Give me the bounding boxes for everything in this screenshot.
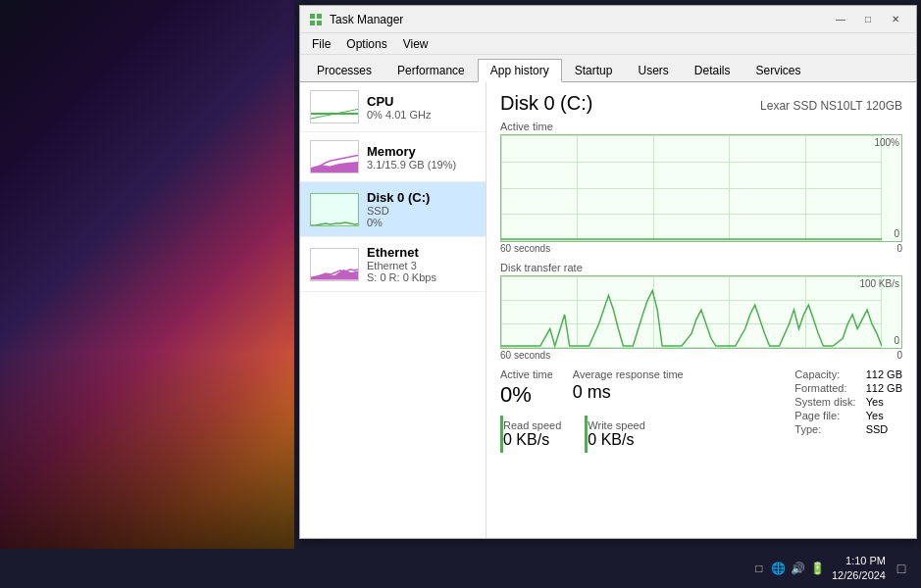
- cpu-thumbnail: [310, 90, 359, 123]
- sidebar-item-disk[interactable]: Disk 0 (C:) SSD 0%: [300, 182, 486, 237]
- page-file-key: Page file:: [794, 410, 855, 421]
- left-stats: Active time 0% Average response time 0 m…: [500, 368, 684, 453]
- avg-response-value: 0 ms: [573, 382, 684, 403]
- disk-info: Disk 0 (C:) SSD 0%: [367, 190, 476, 228]
- ethernet-info: Ethernet Ethernet 3 S: 0 R: 0 Kbps: [367, 245, 476, 283]
- cpu-stats: 0% 4.01 GHz: [367, 109, 476, 121]
- active-time-label: Active time: [500, 121, 902, 132]
- formatted-key: Formatted:: [794, 382, 855, 394]
- active-time-line: [501, 135, 882, 241]
- ethernet-stats: S: 0 R: 0 Kbps: [367, 271, 476, 283]
- disk-label: Disk 0 (C:): [367, 190, 476, 205]
- svg-rect-0: [310, 14, 315, 19]
- tray-icon-1: □: [751, 561, 767, 576]
- system-disk-key: System disk:: [794, 396, 855, 408]
- clock[interactable]: 1:10 PM 12/26/2024: [832, 554, 886, 584]
- tray-icon-network[interactable]: 🌐: [771, 561, 787, 576]
- avg-response-label: Average response time: [573, 368, 684, 380]
- stats-bottom: Active time 0% Average response time 0 m…: [500, 368, 902, 453]
- tab-startup[interactable]: Startup: [562, 58, 626, 81]
- notification-icon[interactable]: □: [892, 559, 911, 578]
- sidebar-item-memory[interactable]: Memory 3.1/15.9 GB (19%): [300, 132, 486, 182]
- title-bar: Task Manager — □ ✕: [300, 6, 916, 33]
- menu-file[interactable]: File: [304, 35, 338, 53]
- close-button[interactable]: ✕: [883, 10, 908, 29]
- tray-icon-battery[interactable]: 🔋: [810, 561, 826, 576]
- chart2-min-label: 0: [894, 335, 899, 346]
- speed-row: Read speed 0 KB/s Write speed 0 KB/s: [500, 416, 684, 453]
- chart1-time: 60 seconds 0: [500, 243, 902, 254]
- avg-response-stat: Average response time 0 ms: [573, 368, 684, 408]
- type-key: Type:: [794, 423, 855, 435]
- write-speed-block: Write speed 0 KB/s: [585, 416, 653, 453]
- chart2-time-right: 0: [896, 350, 902, 361]
- app-icon: [308, 12, 324, 27]
- tab-performance[interactable]: Performance: [384, 58, 478, 81]
- cpu-info: CPU 0% 4.01 GHz: [367, 94, 476, 121]
- transfer-rate-chart: 100 KB/s 0: [500, 275, 902, 349]
- disk-header: Disk 0 (C:) Lexar SSD NS10LT 120GB: [500, 92, 902, 115]
- active-time-chart: 100% 0: [500, 134, 902, 242]
- tab-bar: Processes Performance App history Startu…: [300, 55, 916, 82]
- menu-view[interactable]: View: [395, 35, 436, 53]
- clock-time: 1:10 PM: [832, 554, 886, 568]
- capacity-val: 112 GB: [866, 368, 902, 380]
- system-disk-val: Yes: [866, 396, 902, 408]
- main-content: CPU 0% 4.01 GHz Memory 3.1/15.9 GB (19%): [300, 82, 916, 538]
- window-title: Task Manager: [330, 13, 828, 26]
- transfer-rate-label: Disk transfer rate: [500, 262, 902, 273]
- clock-date: 12/26/2024: [832, 568, 886, 583]
- taskbar-right: □ 🌐 🔊 🔋 1:10 PM 12/26/2024 □: [751, 554, 911, 584]
- window-controls: — □ ✕: [828, 10, 908, 29]
- memory-label: Memory: [367, 144, 476, 159]
- disk-usage: 0%: [367, 217, 476, 228]
- transfer-rate-section: Disk transfer rate: [500, 262, 902, 361]
- memory-info: Memory 3.1/15.9 GB (19%): [367, 144, 476, 171]
- svg-rect-2: [310, 21, 315, 25]
- type-val: SSD: [866, 423, 902, 435]
- transfer-rate-line: [501, 276, 882, 348]
- sidebar: CPU 0% 4.01 GHz Memory 3.1/15.9 GB (19%): [300, 82, 486, 538]
- maximize-button[interactable]: □: [855, 10, 881, 29]
- formatted-val: 112 GB: [866, 382, 902, 394]
- read-speed-block: Read speed 0 KB/s: [500, 416, 569, 453]
- taskbar: □ 🌐 🔊 🔋 1:10 PM 12/26/2024 □: [0, 549, 921, 588]
- chart1-time-label: 60 seconds: [500, 243, 550, 254]
- write-speed-value: 0 KB/s: [588, 431, 645, 449]
- disk-model: Lexar SSD NS10LT 120GB: [760, 99, 902, 113]
- svg-rect-1: [317, 14, 322, 19]
- disk-title: Disk 0 (C:): [500, 92, 592, 115]
- chart2-time: 60 seconds 0: [500, 350, 902, 361]
- page-file-val: Yes: [866, 410, 902, 421]
- ethernet-name: Ethernet 3: [367, 260, 476, 271]
- chart2-max-label: 100 KB/s: [859, 278, 899, 289]
- memory-thumbnail: [310, 140, 359, 173]
- tray-icon-sound[interactable]: 🔊: [791, 561, 806, 576]
- tab-details[interactable]: Details: [682, 58, 743, 81]
- tab-app-history[interactable]: App history: [478, 59, 562, 82]
- tab-users[interactable]: Users: [625, 58, 681, 81]
- active-time-stat-label: Active time: [500, 368, 553, 380]
- capacity-key: Capacity:: [794, 368, 855, 380]
- sidebar-item-ethernet[interactable]: Ethernet Ethernet 3 S: 0 R: 0 Kbps: [300, 237, 486, 292]
- tray-icons: □ 🌐 🔊 🔋: [751, 561, 826, 576]
- minimize-button[interactable]: —: [828, 10, 853, 29]
- ethernet-thumbnail: [310, 248, 359, 281]
- menu-options[interactable]: Options: [338, 35, 394, 53]
- tab-services[interactable]: Services: [743, 58, 814, 81]
- cpu-label: CPU: [367, 94, 476, 109]
- disk-info-table: Capacity: 112 GB Formatted: 112 GB Syste…: [794, 368, 902, 435]
- tab-processes[interactable]: Processes: [304, 58, 384, 81]
- right-panel: Disk 0 (C:) Lexar SSD NS10LT 120GB Activ…: [486, 82, 916, 538]
- disk-thumbnail: [310, 193, 359, 226]
- task-manager-window: Task Manager — □ ✕ File Options View Pro…: [299, 5, 917, 539]
- chart-max-label: 100%: [874, 137, 899, 148]
- chart1-time-right: 0: [896, 243, 902, 254]
- active-time-stat: Active time 0%: [500, 368, 553, 408]
- sidebar-item-cpu[interactable]: CPU 0% 4.01 GHz: [300, 82, 486, 132]
- write-speed-label: Write speed: [588, 419, 645, 431]
- menu-bar: File Options View: [300, 33, 916, 55]
- chart-min-label: 0: [894, 228, 899, 239]
- read-speed-label: Read speed: [503, 419, 561, 431]
- disk-type: SSD: [367, 205, 476, 217]
